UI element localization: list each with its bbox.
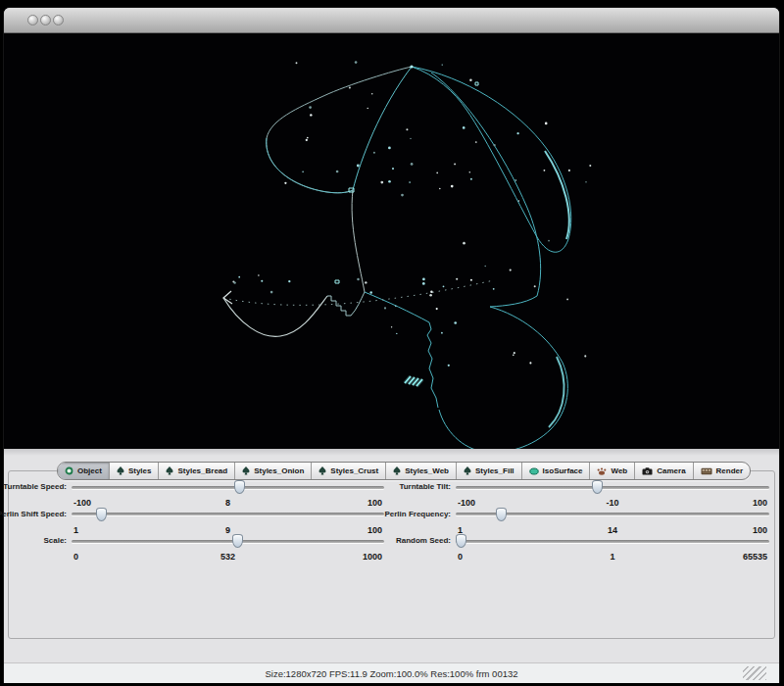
- spade-icon: [117, 466, 124, 475]
- status-text: Size:1280x720 FPS:11.9 Zoom:100.0% Res:1…: [265, 668, 517, 679]
- paw-icon: [597, 467, 607, 475]
- spade-icon: [464, 466, 471, 475]
- turntable-tilt-label: Turntable Tilt:: [399, 482, 451, 491]
- tab-styles-onion[interactable]: Styles_Onion: [234, 463, 311, 479]
- control-panel: ObjectStylesStyles_BreadStyles_OnionStyl…: [4, 449, 779, 662]
- tab-label: Styles_Crust: [330, 466, 378, 475]
- tab-render[interactable]: Render: [693, 463, 751, 479]
- perlin-frequency-max-value: 100: [456, 525, 767, 535]
- tab-styles-bread[interactable]: Styles_Bread: [158, 463, 234, 479]
- tab-web[interactable]: Web: [589, 463, 634, 479]
- status-bar: Size:1280x720 FPS:11.9 Zoom:100.0% Res:1…: [4, 662, 779, 683]
- turntable-speed-slider[interactable]: [72, 486, 384, 489]
- app-window: ObjectStylesStyles_BreadStyles_OnionStyl…: [4, 8, 779, 682]
- wireframe-curves: [223, 67, 571, 449]
- tab-bar: ObjectStylesStyles_BreadStyles_OnionStyl…: [57, 462, 751, 480]
- tab-label: Styles_Web: [405, 466, 449, 475]
- particle-dots: [232, 61, 591, 367]
- tab-styles[interactable]: Styles: [109, 463, 159, 479]
- tab-label: IsoSurface: [543, 466, 583, 475]
- viewport-canvas: [4, 33, 779, 449]
- tab-label: Styles_Fill: [475, 466, 514, 475]
- random-seed-max-value: 65535: [456, 552, 767, 562]
- tab-isosurface[interactable]: IsoSurface: [521, 463, 590, 479]
- perlin-frequency-label: Perlin Frequency:: [384, 510, 451, 518]
- tab-styles-web[interactable]: Styles_Web: [385, 463, 456, 479]
- tab-label: Styles_Onion: [254, 466, 304, 475]
- spade-icon: [393, 466, 401, 475]
- turntable-speed-label: Turntable Speed:: [3, 482, 67, 491]
- ring-icon: [65, 466, 74, 475]
- perlin-frequency-thumb[interactable]: [496, 508, 507, 521]
- perlin-shift-speed-thumb[interactable]: [96, 508, 107, 521]
- scale-slider[interactable]: [72, 540, 384, 543]
- curve-junction-node: [410, 65, 413, 68]
- tab-label: Camera: [657, 466, 685, 475]
- tab-styles-fill[interactable]: Styles_Fill: [456, 463, 521, 479]
- turntable-tilt-slider[interactable]: [456, 486, 769, 489]
- resize-grip[interactable]: [743, 666, 766, 680]
- random-seed-label: Random Seed:: [396, 536, 451, 545]
- spade-icon: [242, 466, 250, 475]
- turntable-tilt-max-value: 100: [456, 498, 767, 508]
- tab-label: Render: [716, 466, 744, 475]
- minimize-button[interactable]: [40, 15, 51, 25]
- close-button[interactable]: [27, 15, 38, 25]
- tab-styles-crust[interactable]: Styles_Crust: [311, 463, 385, 479]
- tab-label: Styles: [128, 466, 152, 475]
- scale-label: Scale:: [43, 536, 67, 545]
- spade-icon: [318, 466, 326, 475]
- random-seed-slider[interactable]: [456, 540, 769, 543]
- camera-icon: [642, 467, 653, 475]
- tab-camera[interactable]: Camera: [634, 463, 692, 479]
- film-icon: [701, 467, 712, 475]
- turntable-speed-max-value: 100: [72, 498, 382, 508]
- scale-thumb[interactable]: [232, 534, 243, 548]
- blob-icon: [529, 467, 539, 475]
- perlin-shift-speed-max-value: 100: [72, 525, 382, 535]
- title-bar[interactable]: [4, 8, 779, 33]
- scale-max-value: 1000: [72, 552, 382, 562]
- tab-label: Object: [77, 466, 102, 475]
- zoom-button[interactable]: [53, 15, 64, 25]
- tab-label: Styles_Bread: [177, 466, 227, 475]
- tab-label: Web: [611, 466, 627, 475]
- tab-object[interactable]: Object: [58, 463, 109, 479]
- perlin-shift-speed-slider[interactable]: [72, 513, 384, 515]
- viewport[interactable]: [4, 33, 779, 449]
- spade-icon: [166, 466, 173, 475]
- perlin-shift-speed-label: Perlin Shift Speed:: [0, 510, 67, 518]
